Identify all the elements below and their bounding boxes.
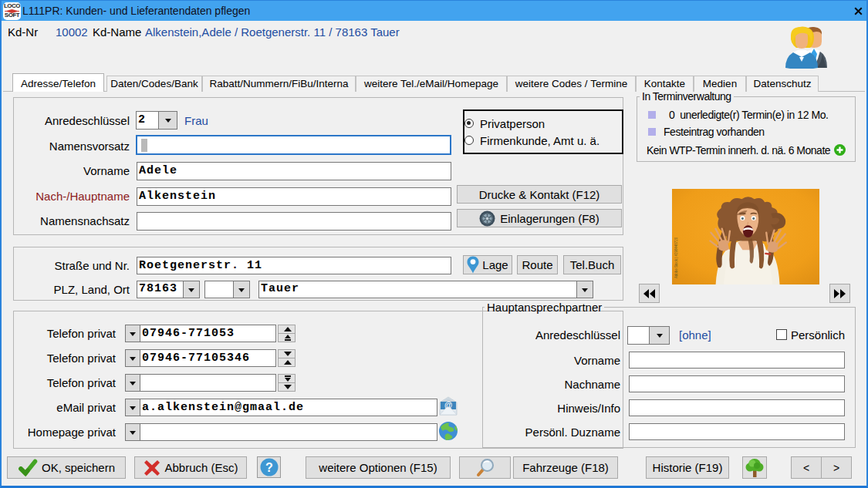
- svg-text:?: ?: [265, 461, 273, 474]
- svg-text:Adobe Stock | #298448720: Adobe Stock | #298448720: [674, 237, 678, 278]
